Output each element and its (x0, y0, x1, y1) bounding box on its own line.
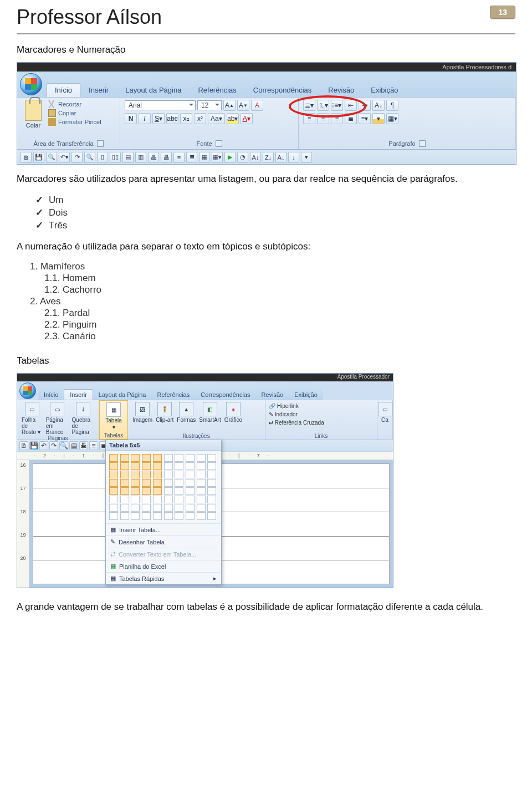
undo-button[interactable]: ↶ (39, 441, 48, 450)
tab-layout[interactable]: Layout da Página (93, 390, 152, 400)
numbering-button[interactable]: ⒈▾ (317, 100, 329, 111)
bullets-button[interactable]: ≣▾ (303, 100, 315, 111)
sort3-button[interactable]: ↓ (288, 152, 299, 163)
preview-button[interactable]: 🔍 (46, 152, 57, 163)
outline-button[interactable]: ▤ (69, 441, 78, 450)
sort-za-button[interactable]: Z↓ (263, 152, 274, 163)
outdent-button[interactable]: ⇤ (345, 100, 357, 111)
table-button[interactable]: ▦Tabela▾ (103, 402, 124, 430)
shading-button[interactable]: ▾ (372, 113, 385, 124)
align-btn-q[interactable]: ≡ (173, 152, 185, 163)
sort-button[interactable]: A↓ (372, 100, 385, 111)
subscript-button[interactable]: x₂ (180, 113, 192, 124)
italic-button[interactable]: I (139, 113, 151, 124)
align-btn-q2[interactable]: ≣ (186, 152, 197, 163)
tab-revisao[interactable]: Revisão (255, 390, 289, 400)
dialog-launcher-icon[interactable] (419, 140, 426, 147)
line-spacing-button[interactable]: ≡▾ (359, 113, 371, 124)
cut-button[interactable]: Recortar (48, 100, 101, 109)
ball-button[interactable]: ◔ (237, 152, 248, 163)
hyperlink-button[interactable]: 🔗 Hiperlink (269, 402, 374, 410)
table-size-grid[interactable] (106, 451, 221, 523)
dialog-launcher-icon[interactable] (97, 140, 104, 147)
clear-format-button[interactable]: A (251, 100, 263, 111)
crossref-button[interactable]: ⇄ Referência Cruzada (269, 419, 374, 427)
copy-button[interactable]: Copiar (48, 109, 101, 118)
print-button[interactable]: 🖶 (148, 152, 159, 163)
tab-exibicao[interactable]: Exibição (289, 390, 323, 400)
undo-button[interactable]: ↶▾ (59, 152, 70, 163)
align-left-button[interactable]: ≡ (303, 113, 315, 124)
page-break-button[interactable]: ⤓Quebra de Página (71, 402, 95, 435)
dialog-launcher-icon[interactable] (216, 140, 222, 147)
tab-revisao[interactable]: Revisão (320, 83, 362, 97)
tab-inserir[interactable]: Inserir (80, 83, 117, 97)
tab-inicio[interactable]: Início (38, 390, 64, 400)
clipart-button[interactable]: 🧍Clip-art (155, 402, 175, 423)
tab-inserir[interactable]: Inserir (64, 389, 93, 400)
office-orb-button[interactable] (19, 382, 36, 399)
quick-tables-menu-item[interactable]: ▦Tabelas Rápidas▸ (106, 572, 221, 584)
tableins-q[interactable]: ▦▾ (212, 152, 223, 163)
save-button[interactable]: 💾 (33, 152, 44, 163)
smartart-button[interactable]: ◧SmartArt (198, 402, 222, 423)
insert-table-menu-item[interactable]: ▦Inserir Tabela... (106, 523, 221, 535)
align-center-button[interactable]: ≡ (317, 113, 329, 124)
font-color-button[interactable]: A▾ (241, 113, 253, 124)
tab-correspondencias[interactable]: Correspondências (245, 83, 320, 97)
show-marks-button[interactable]: ¶ (386, 100, 398, 111)
office-orb-button[interactable] (20, 73, 42, 95)
print-button[interactable]: 🖶 (79, 441, 88, 450)
indent-button[interactable]: ⇥ (359, 100, 371, 111)
draft-button[interactable]: ▥ (135, 152, 146, 163)
chart-button[interactable]: ∎Gráfico (223, 402, 243, 423)
underline-button[interactable]: S▾ (152, 113, 165, 124)
zoom-button[interactable]: 🔍 (59, 441, 68, 450)
tab-referencias[interactable]: Referências (190, 83, 244, 97)
font-size-combo[interactable]: 12 (197, 100, 222, 110)
header-button[interactable]: ▭Ca (381, 402, 389, 423)
draw-table-menu-item[interactable]: ✎Desenhar Tabela (106, 535, 221, 548)
table-q[interactable]: ▦ (199, 152, 210, 163)
paste-button[interactable]: Colar (22, 100, 45, 129)
quick-print-button[interactable]: 🖶 (161, 152, 172, 163)
borders-button[interactable]: ▦▾ (386, 113, 398, 124)
format-painter-button[interactable]: Formatar Pincel (48, 118, 101, 126)
bold-button[interactable]: N (125, 113, 137, 124)
zoom-button[interactable]: 🔍 (84, 152, 95, 163)
superscript-button[interactable]: x² (194, 113, 206, 124)
qat-more-button[interactable]: ▾ (301, 152, 312, 163)
new-doc-button[interactable]: 🗎 (21, 152, 32, 163)
tab-inicio[interactable]: Início (47, 83, 80, 97)
tab-correspondencias[interactable]: Correspondências (195, 390, 255, 400)
tab-exibicao[interactable]: Exibição (362, 83, 406, 97)
redo-button[interactable]: ↷ (49, 441, 58, 450)
shrink-font-button[interactable]: A▼ (237, 100, 249, 111)
new-button[interactable]: 🗎 (19, 441, 28, 450)
tab-referencias[interactable]: Referências (152, 390, 196, 400)
grow-font-button[interactable]: A▲ (223, 100, 236, 111)
image-button[interactable]: 🖼Imagem (131, 402, 154, 423)
run-button[interactable]: ▶ (224, 152, 236, 163)
multilevel-button[interactable]: ⁝≡▾ (331, 100, 343, 111)
justify-button[interactable]: ≣ (345, 113, 357, 124)
tab-layout[interactable]: Layout da Página (117, 83, 190, 97)
change-case-button[interactable]: Aa▾ (208, 113, 225, 124)
sort2-button[interactable]: A↓ (275, 152, 287, 163)
sort-az-button[interactable]: A↓ (250, 152, 261, 163)
align-button[interactable]: ≡ (89, 441, 98, 450)
highlight-button[interactable]: ab▾ (227, 113, 239, 124)
vertical-ruler[interactable]: 16 17 18 19 20 (17, 460, 29, 588)
shapes-button[interactable]: ▲Formas (176, 402, 197, 423)
save-button[interactable]: 💾 (29, 441, 38, 450)
align-right-button[interactable]: ≡ (331, 113, 343, 124)
two-pages-button[interactable]: ▯▯ (110, 152, 121, 163)
outline-button[interactable]: ▤ (122, 152, 134, 163)
redo-button[interactable]: ↷ (71, 152, 83, 163)
page-button[interactable]: ▯ (97, 152, 108, 163)
strike-button[interactable]: abc (166, 113, 178, 124)
blank-page-button[interactable]: ▭Página em Branco (45, 402, 70, 435)
excel-sheet-menu-item[interactable]: ▦Planilha do Excel (106, 560, 221, 572)
font-name-combo[interactable]: Arial (125, 100, 196, 110)
cover-page-button[interactable]: ▭Folha de Rosto ▾ (21, 402, 44, 435)
